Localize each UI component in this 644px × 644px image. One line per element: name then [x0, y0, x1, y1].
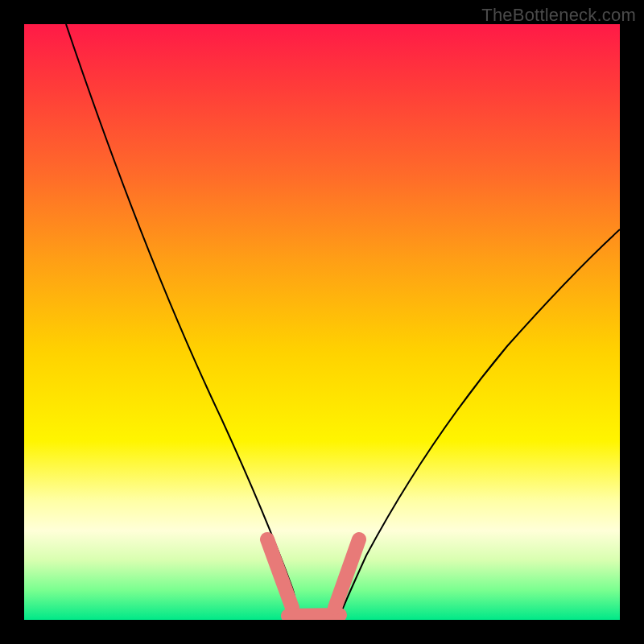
watermark-text: TheBottleneck.com [481, 5, 636, 26]
right-curve [340, 229, 620, 616]
plot-area [24, 24, 620, 620]
curves-svg [24, 24, 620, 620]
marker-bottom [288, 615, 340, 616]
chart-container: TheBottleneck.com [0, 0, 644, 644]
marker-left [267, 539, 292, 608]
left-curve [66, 24, 295, 616]
